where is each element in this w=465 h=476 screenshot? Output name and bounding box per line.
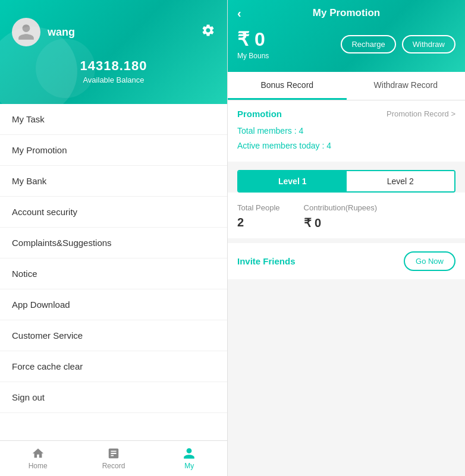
total-people-col: Total People 2 <box>237 203 280 230</box>
invite-section: Invite Friends Go Now <box>228 243 465 279</box>
balance-amount: 14318.180 <box>12 58 215 74</box>
nav-home-label: Home <box>29 462 48 470</box>
balance-label: Available Balance <box>12 75 215 84</box>
total-people-value: 2 <box>237 216 280 229</box>
tabs-bar: Bonus Record Withdraw Record <box>228 72 465 100</box>
nav-my[interactable]: My <box>152 441 227 476</box>
right-panel-title: My Promotion <box>313 7 380 19</box>
promotion-title: Promotion <box>237 109 282 119</box>
currency-symbol: ₹ <box>237 29 249 50</box>
right-amount: ₹ 0 <box>237 28 269 51</box>
amount-value: 0 <box>255 29 265 50</box>
invite-title: Invite Friends <box>237 256 296 266</box>
nav-home[interactable]: Home <box>0 441 76 476</box>
right-panel: ‹ My Promotion ₹ 0 My Bouns Recharge Wit… <box>228 0 465 476</box>
menu-item-customer-service[interactable]: Customer Service <box>0 320 227 351</box>
bottom-nav: Home Record My <box>0 440 227 476</box>
total-members: Total members : 4 <box>237 124 455 138</box>
menu-item-sign-out[interactable]: Sign out <box>0 382 227 413</box>
recharge-button[interactable]: Recharge <box>341 35 395 53</box>
menu-item-app-download[interactable]: App Download <box>0 289 227 320</box>
tab-withdraw-record[interactable]: Withdraw Record <box>347 72 466 100</box>
level-content: Total People 2 Contribution(Rupees) ₹ 0 <box>228 193 465 238</box>
avatar <box>12 18 40 46</box>
nav-record-label: Record <box>102 462 125 470</box>
total-people-label: Total People <box>237 203 280 212</box>
menu-item-my-task[interactable]: My Task <box>0 104 227 135</box>
left-panel: wang 14318.180 Available Balance My Task… <box>0 0 228 476</box>
my-bouns-label: My Bouns <box>237 52 269 60</box>
active-members: Active members today : 4 <box>237 138 455 153</box>
back-button[interactable]: ‹ <box>237 7 241 20</box>
contribution-value: ₹ 0 <box>304 216 378 230</box>
menu-item-my-bank[interactable]: My Bank <box>0 166 227 197</box>
level-tab-1[interactable]: Level 1 <box>238 171 347 191</box>
contribution-col: Contribution(Rupees) ₹ 0 <box>304 203 378 230</box>
nav-record[interactable]: Record <box>76 441 151 476</box>
level-tabs: Level 1 Level 2 <box>237 170 455 193</box>
settings-icon[interactable] <box>201 23 215 41</box>
menu-item-force-cache-clear[interactable]: Force cache clear <box>0 351 227 382</box>
promotion-section: Promotion Promotion Record > Total membe… <box>228 100 465 162</box>
nav-my-label: My <box>184 462 194 470</box>
right-content: Promotion Promotion Record > Total membe… <box>228 100 465 476</box>
level-tab-2[interactable]: Level 2 <box>347 171 455 191</box>
promotion-record-link[interactable]: Promotion Record > <box>387 109 455 118</box>
profile-header: wang 14318.180 Available Balance <box>0 0 227 104</box>
tab-bonus-record[interactable]: Bonus Record <box>228 72 347 100</box>
menu-item-complaints[interactable]: Complaints&Suggestions <box>0 228 227 259</box>
right-header: ‹ My Promotion ₹ 0 My Bouns Recharge Wit… <box>228 0 465 72</box>
menu-item-account-security[interactable]: Account security <box>0 197 227 228</box>
withdraw-button[interactable]: Withdraw <box>402 35 455 53</box>
menu-list: My Task My Promotion My Bank Account sec… <box>0 104 227 440</box>
contribution-label: Contribution(Rupees) <box>304 203 378 212</box>
menu-item-my-promotion[interactable]: My Promotion <box>0 135 227 166</box>
username-label: wang <box>48 26 75 39</box>
go-now-button[interactable]: Go Now <box>404 251 455 271</box>
menu-item-notice[interactable]: Notice <box>0 259 227 289</box>
